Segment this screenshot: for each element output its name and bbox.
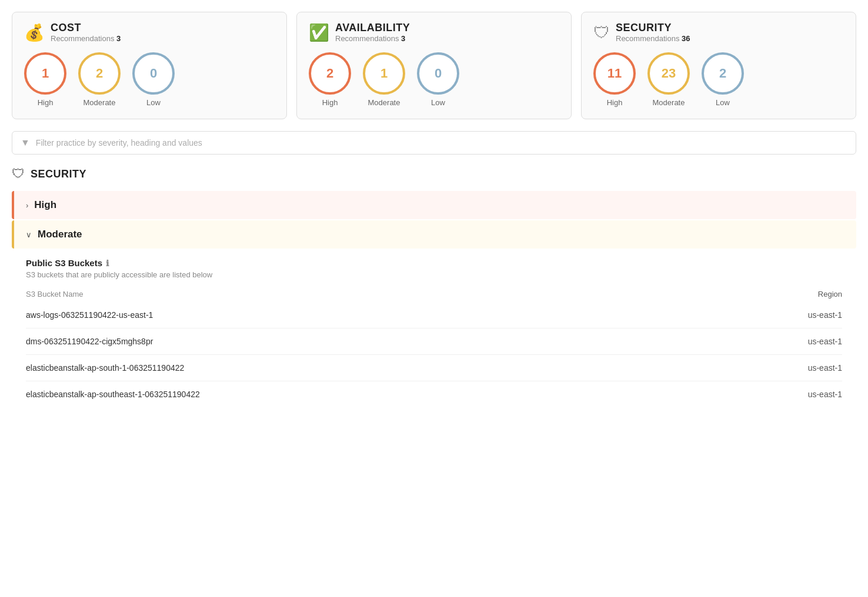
card-header-availability: ✅ AVAILABILITY Recommendations 3	[309, 22, 559, 43]
circles-row-cost: 1 High 2 Moderate 0 Low	[24, 52, 275, 107]
circle-item-low-security: 2 Low	[702, 52, 744, 107]
card-subtitle-cost: Recommendations 3	[51, 34, 121, 43]
card-count-security: 36	[682, 34, 690, 43]
card-count-cost: 3	[116, 34, 121, 43]
card-header-cost: 💰 COST Recommendations 3	[24, 22, 275, 43]
info-icon[interactable]: ℹ	[106, 259, 109, 268]
bucket-name: dms-063251190422-cigx5mghs8pr	[26, 337, 754, 346]
severity-header-high[interactable]: › High	[12, 191, 856, 219]
table-header: S3 Bucket Name Region	[26, 286, 842, 302]
card-title-block-cost: COST Recommendations 3	[51, 22, 121, 43]
severity-title-moderate: Moderate	[38, 229, 82, 240]
circle-label-low-cost: Low	[146, 98, 161, 107]
circles-row-security: 11 High 23 Moderate 2 Low	[593, 52, 844, 107]
severity-title-high: High	[34, 199, 56, 211]
card-subtitle-security: Recommendations 36	[616, 34, 690, 43]
circle-moderate-availability: 1	[363, 52, 405, 95]
circle-item-moderate-security: 23 Moderate	[647, 52, 690, 107]
circle-item-high-cost: 1 High	[24, 52, 66, 107]
circle-item-high-security: 11 High	[593, 52, 636, 107]
bucket-region: us-east-1	[754, 363, 842, 373]
section-title: SECURITY	[31, 168, 86, 180]
bucket-name: elasticbeanstalk-ap-southeast-1-06325119…	[26, 390, 754, 399]
security-section-icon: 🛡	[12, 166, 25, 182]
filter-bar: ▼ Filter practice by severity, heading a…	[12, 131, 856, 155]
card-title-availability: AVAILABILITY	[335, 22, 410, 34]
severity-group-high: › High	[12, 191, 856, 219]
table-row: dms-063251190422-cigx5mghs8pr us-east-1	[26, 328, 842, 355]
card-title-block-security: SECURITY Recommendations 36	[616, 22, 690, 43]
circle-label-moderate-security: Moderate	[653, 98, 685, 107]
circle-label-high-cost: High	[38, 98, 54, 107]
card-cost: 💰 COST Recommendations 3 1 High 2	[12, 12, 287, 119]
card-count-availability: 3	[401, 34, 405, 43]
card-header-security: 🛡 SECURITY Recommendations 36	[593, 22, 844, 43]
circle-high-availability: 2	[309, 52, 351, 95]
circle-high-security: 11	[593, 52, 636, 95]
severity-group-moderate: ∨ Moderate Public S3 Buckets ℹ S3 bucket…	[12, 220, 856, 417]
circle-label-moderate-cost: Moderate	[84, 98, 116, 107]
bucket-name: elasticbeanstalk-ap-south-1-063251190422	[26, 363, 754, 373]
col-header-region: Region	[754, 290, 842, 298]
circle-item-moderate-availability: 1 Moderate	[363, 52, 405, 107]
circle-low-cost: 0	[132, 52, 175, 95]
card-subtitle-availability: Recommendations 3	[335, 34, 410, 43]
circle-item-low-availability: 0 Low	[417, 52, 459, 107]
practice-title-text: Public S3 Buckets	[26, 258, 102, 268]
circle-label-high-availability: High	[322, 98, 338, 107]
table-row: elasticbeanstalk-ap-southeast-1-06325119…	[26, 381, 842, 407]
section-heading: 🛡 SECURITY	[12, 166, 856, 182]
card-title-security: SECURITY	[616, 22, 690, 34]
card-title-block-availability: AVAILABILITY Recommendations 3	[335, 22, 410, 43]
circles-row-availability: 2 High 1 Moderate 0 Low	[309, 52, 559, 107]
circle-label-moderate-availability: Moderate	[368, 98, 400, 107]
severity-groups: › High ∨ Moderate Public S3 Buckets ℹ S3…	[12, 191, 856, 417]
bucket-region: us-east-1	[754, 337, 842, 346]
filter-icon: ▼	[21, 137, 30, 148]
availability-icon: ✅	[309, 23, 329, 42]
filter-placeholder: Filter practice by severity, heading and…	[36, 138, 202, 147]
practice-title: Public S3 Buckets ℹ	[26, 258, 842, 268]
practice-content: Public S3 Buckets ℹ S3 buckets that are …	[12, 249, 856, 417]
chevron-high-icon: ›	[26, 201, 28, 210]
circle-moderate-security: 23	[647, 52, 690, 95]
circle-moderate-cost: 2	[78, 52, 121, 95]
security-icon: 🛡	[593, 23, 610, 42]
card-title-cost: COST	[51, 22, 121, 34]
circle-high-cost: 1	[24, 52, 66, 95]
table-row: elasticbeanstalk-ap-south-1-063251190422…	[26, 355, 842, 381]
severity-header-moderate[interactable]: ∨ Moderate	[12, 220, 856, 249]
practice-subtitle: S3 buckets that are publicly accessible …	[26, 270, 842, 279]
circle-label-low-availability: Low	[431, 98, 445, 107]
circle-label-low-security: Low	[716, 98, 730, 107]
bucket-region: us-east-1	[754, 390, 842, 399]
bucket-region: us-east-1	[754, 310, 842, 320]
circle-label-high-security: High	[607, 98, 623, 107]
circle-item-high-availability: 2 High	[309, 52, 351, 107]
circle-low-security: 2	[702, 52, 744, 95]
cost-icon: 💰	[24, 23, 45, 42]
cards-row: 💰 COST Recommendations 3 1 High 2	[12, 12, 856, 119]
circle-item-low-cost: 0 Low	[132, 52, 175, 107]
chevron-moderate-icon: ∨	[26, 230, 32, 239]
circle-item-moderate-cost: 2 Moderate	[78, 52, 121, 107]
circle-low-availability: 0	[417, 52, 459, 95]
table-row: aws-logs-063251190422-us-east-1 us-east-…	[26, 302, 842, 328]
col-header-name: S3 Bucket Name	[26, 290, 754, 298]
card-security: 🛡 SECURITY Recommendations 36 11 High	[581, 12, 856, 119]
bucket-name: aws-logs-063251190422-us-east-1	[26, 310, 754, 320]
card-availability: ✅ AVAILABILITY Recommendations 3 2 High	[296, 12, 572, 119]
